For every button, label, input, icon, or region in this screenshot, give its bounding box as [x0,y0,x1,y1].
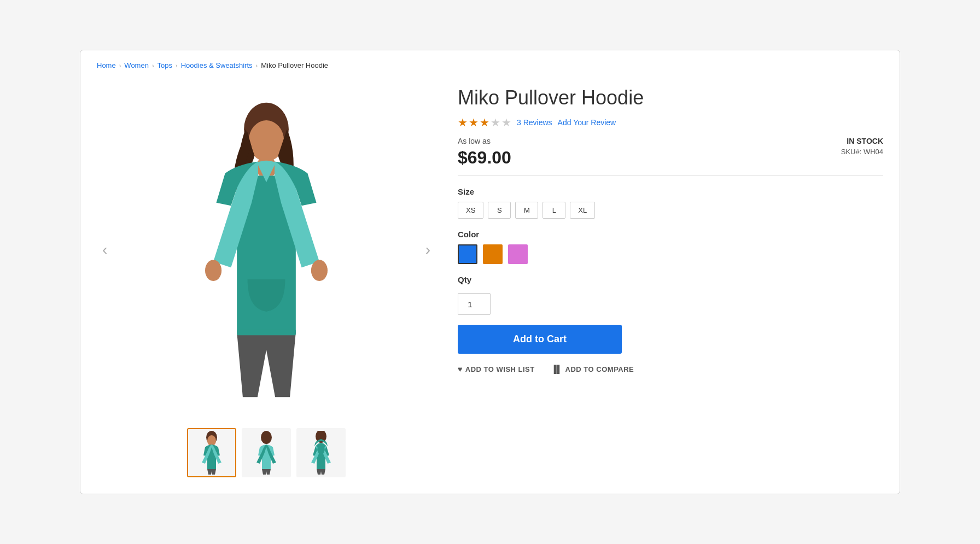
breadcrumb-sep-4: › [256,62,258,69]
rating-row: ★ ★ ★ ★ ★ 3 Reviews Add Your Review [458,116,883,129]
breadcrumb-hoodies[interactable]: Hoodies & Sweatshirts [181,61,253,69]
next-arrow-button[interactable]: › [420,236,436,264]
size-l[interactable]: L [542,202,565,219]
breadcrumb-tops[interactable]: Tops [158,61,172,69]
add-to-cart-button[interactable]: Add to Cart [458,325,622,354]
size-s[interactable]: S [488,202,511,219]
product-title: Miko Pullover Hoodie [458,86,883,109]
as-low-as-label: As low as [458,137,511,145]
thumbnail-3[interactable] [296,428,346,477]
star-rating: ★ ★ ★ ★ ★ [458,116,511,129]
star-3: ★ [480,116,489,129]
thumbnail-1[interactable] [187,428,236,477]
breadcrumb: Home › Women › Tops › Hoodies & Sweatshi… [97,61,883,69]
price-section: As low as $69.00 [458,137,511,168]
stock-section: IN STOCK SKU#: WH04 [841,137,883,156]
size-options: XS S M L XL [458,202,883,219]
svg-point-4 [311,260,328,281]
svg-point-8 [261,431,272,444]
size-xs[interactable]: XS [458,202,483,219]
qty-input[interactable] [458,293,491,315]
color-options [458,244,883,264]
reviews-link[interactable]: 3 Reviews [517,118,552,127]
page-container: Home › Women › Tops › Hoodies & Sweatshi… [80,50,900,494]
secondary-actions: ♥ ADD TO WISH LIST ▐▌ ADD TO COMPARE [458,365,883,373]
color-blue[interactable] [458,244,477,264]
compare-label: ADD TO COMPARE [565,365,634,373]
svg-point-3 [205,260,221,281]
sku-info: SKU#: WH04 [841,148,883,156]
star-4: ★ [491,116,500,129]
breadcrumb-home[interactable]: Home [97,61,116,69]
breadcrumb-sep-3: › [176,62,178,69]
breadcrumb-women[interactable]: Women [124,61,149,69]
wishlist-label: ADD TO WISH LIST [465,365,535,373]
compare-icon: ▐▌ [551,365,563,373]
thumbnails [187,428,346,477]
thumbnail-2[interactable] [242,428,291,477]
main-image-wrapper: ‹ [97,80,436,419]
in-stock-status: IN STOCK [841,137,883,145]
prev-arrow-button[interactable]: ‹ [97,236,113,264]
compare-button[interactable]: ▐▌ ADD TO COMPARE [551,365,634,373]
breadcrumb-sep-1: › [119,62,121,69]
qty-section: Qty [458,275,883,315]
svg-rect-5 [237,329,296,335]
price-amount: $69.00 [458,148,511,168]
sku-label: SKU#: [841,148,862,156]
heart-icon: ♥ [458,365,463,373]
price-divider [458,176,883,176]
image-section: ‹ [97,80,436,477]
star-1: ★ [458,116,468,129]
size-xl[interactable]: XL [570,202,595,219]
color-label: Color [458,230,883,239]
color-orange[interactable] [483,244,503,264]
product-main: ‹ [97,80,883,477]
star-5: ★ [501,116,511,129]
price-stock-row: As low as $69.00 IN STOCK SKU#: WH04 [458,137,883,168]
product-info: Miko Pullover Hoodie ★ ★ ★ ★ ★ 3 Reviews… [458,80,883,477]
product-image [135,86,398,414]
star-2: ★ [469,116,479,129]
wishlist-button[interactable]: ♥ ADD TO WISH LIST [458,365,535,373]
qty-label: Qty [458,275,883,284]
breadcrumb-current: Miko Pullover Hoodie [261,61,328,69]
add-review-link[interactable]: Add Your Review [558,118,616,127]
size-m[interactable]: M [515,202,538,219]
color-pink[interactable] [508,244,528,264]
breadcrumb-sep-2: › [152,62,154,69]
sku-value: WH04 [864,148,883,156]
size-label: Size [458,187,883,196]
